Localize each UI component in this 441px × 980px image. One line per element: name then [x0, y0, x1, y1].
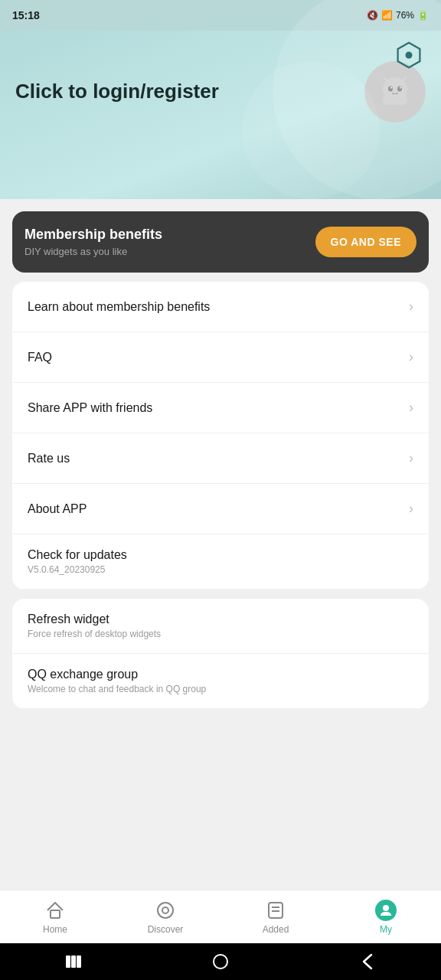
item-label-membership: Learn about membership benefits: [28, 300, 210, 314]
header-area: Click to login/register: [0, 31, 441, 199]
recent-apps-button[interactable]: [55, 943, 92, 980]
updates-row: Check for updates: [28, 548, 413, 562]
list-item-membership[interactable]: Learn about membership benefits ›: [12, 282, 429, 332]
svg-point-8: [400, 87, 401, 89]
secondary-list-card: Refresh widget Force refresh of desktop …: [12, 599, 429, 709]
item-label-faq: FAQ: [28, 351, 52, 364]
login-text[interactable]: Click to login/register: [15, 79, 219, 105]
svg-rect-17: [66, 956, 70, 968]
nav-item-home[interactable]: Home: [32, 900, 78, 935]
membership-text: Membership benefits DIY widgets as you l…: [24, 227, 162, 257]
menu-list-card: Learn about membership benefits › FAQ › …: [12, 282, 429, 590]
wifi-icon: 📶: [381, 10, 393, 21]
avatar-icon: [376, 73, 414, 111]
chevron-icon-share: ›: [409, 400, 413, 416]
list-item-updates[interactable]: Check for updates V5.0.64_20230925: [12, 534, 429, 590]
svg-point-20: [214, 955, 227, 969]
item-label-rate: Rate us: [28, 452, 70, 466]
settings-button[interactable]: [392, 38, 426, 72]
svg-point-12: [162, 907, 168, 913]
nav-label-home: Home: [43, 924, 67, 935]
list-item-qq[interactable]: QQ exchange group Welcome to chat and fe…: [12, 654, 429, 709]
nav-item-my[interactable]: My: [363, 900, 409, 935]
chevron-icon-faq: ›: [409, 349, 413, 365]
svg-point-6: [397, 87, 402, 92]
status-bar: 15:18 🔇 📶 76% 🔋: [0, 0, 441, 31]
svg-rect-19: [77, 956, 81, 968]
svg-rect-18: [71, 956, 76, 968]
svg-point-1: [406, 52, 413, 59]
list-item-refresh[interactable]: Refresh widget Force refresh of desktop …: [12, 599, 429, 654]
bottom-navigation: Home Discover Added: [0, 890, 441, 943]
svg-point-5: [388, 87, 393, 92]
go-and-see-button[interactable]: GO AND SEE: [315, 227, 416, 257]
chevron-icon-about: ›: [409, 501, 413, 517]
nav-item-discover[interactable]: Discover: [142, 900, 188, 935]
battery-text: 76%: [396, 10, 414, 21]
list-item-about[interactable]: About APP ›: [12, 484, 429, 534]
nav-label-added: Added: [263, 924, 289, 935]
system-navigation: [0, 943, 441, 980]
svg-rect-9: [383, 94, 407, 105]
item-label-refresh: Refresh widget: [28, 612, 109, 626]
back-button[interactable]: [349, 943, 386, 980]
item-label-qq: QQ exchange group: [28, 668, 138, 681]
status-right-icons: 🔇 📶 76% 🔋: [367, 10, 429, 21]
status-time: 15:18: [12, 9, 40, 21]
profile-row[interactable]: Click to login/register: [15, 61, 426, 122]
hexagon-icon: [395, 41, 423, 69]
svg-point-11: [158, 903, 173, 918]
nav-label-discover: Discover: [148, 924, 184, 935]
membership-subtitle: DIY widgets as you like: [24, 246, 162, 257]
main-content: Membership benefits DIY widgets as you l…: [0, 199, 441, 980]
chevron-icon-membership: ›: [409, 299, 413, 315]
item-label-about: About APP: [28, 502, 87, 516]
my-icon: [375, 900, 397, 921]
item-label-updates: Check for updates: [28, 548, 127, 562]
mute-icon: 🔇: [367, 10, 378, 21]
home-button[interactable]: [202, 943, 239, 980]
list-item-faq[interactable]: FAQ ›: [12, 332, 429, 383]
membership-title: Membership benefits: [24, 227, 162, 243]
nav-item-added[interactable]: Added: [253, 900, 299, 935]
chevron-icon-rate: ›: [409, 450, 413, 466]
svg-point-7: [390, 87, 392, 89]
refresh-row: Refresh widget: [28, 612, 413, 626]
item-subtitle-qq: Welcome to chat and feedback in QQ group: [28, 684, 206, 694]
item-subtitle-updates: V5.0.64_20230925: [28, 564, 105, 575]
added-icon: [265, 900, 286, 921]
svg-rect-10: [51, 910, 60, 918]
list-item-rate[interactable]: Rate us ›: [12, 433, 429, 484]
battery-icon: 🔋: [417, 10, 429, 21]
qq-row: QQ exchange group: [28, 668, 413, 681]
item-label-share: Share APP with friends: [28, 401, 152, 415]
nav-label-my: My: [380, 924, 392, 935]
item-subtitle-refresh: Force refresh of desktop widgets: [28, 629, 161, 639]
svg-point-16: [383, 905, 389, 911]
discover-icon: [155, 900, 176, 921]
membership-card: Membership benefits DIY widgets as you l…: [12, 211, 429, 273]
list-item-share[interactable]: Share APP with friends ›: [12, 383, 429, 433]
home-icon: [44, 900, 66, 921]
